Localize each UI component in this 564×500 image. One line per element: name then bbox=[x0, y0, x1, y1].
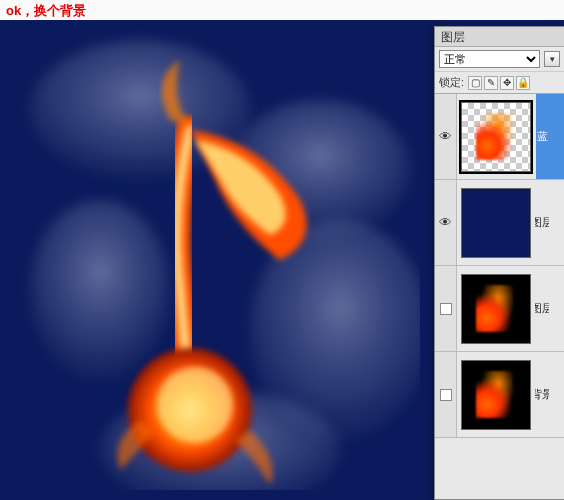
panel-tab-label: 图层 bbox=[441, 30, 465, 44]
panel-tab-layers[interactable]: 图层 bbox=[435, 27, 564, 47]
eye-icon: 👁 bbox=[439, 215, 452, 230]
layer-thumbnail[interactable] bbox=[461, 188, 531, 258]
lock-transparency-icon[interactable]: ▢ bbox=[468, 76, 482, 90]
header-bar: ok，换个背景 bbox=[0, 0, 564, 20]
layer-thumbnail[interactable] bbox=[461, 274, 531, 344]
layers-panel: 图层 正常 ▾ 锁定: ▢ ✎ ✥ 🔒 👁 蓝 bbox=[434, 26, 564, 500]
blend-mode-select[interactable]: 正常 bbox=[439, 50, 540, 68]
layer-row[interactable]: 图层 bbox=[435, 266, 564, 352]
lock-label: 锁定: bbox=[439, 75, 464, 90]
visibility-checkbox-icon bbox=[440, 389, 452, 401]
layer-visibility-toggle[interactable] bbox=[435, 352, 457, 437]
blend-mode-row: 正常 ▾ bbox=[435, 47, 564, 72]
layer-row[interactable]: 背景 bbox=[435, 352, 564, 438]
svg-point-2 bbox=[30, 200, 170, 380]
eye-icon: 👁 bbox=[439, 129, 452, 144]
lock-all-icon[interactable]: 🔒 bbox=[516, 76, 530, 90]
lock-pixels-icon[interactable]: ✎ bbox=[484, 76, 498, 90]
layer-row[interactable]: 👁 蓝 bbox=[435, 94, 564, 180]
layer-thumbnail[interactable] bbox=[461, 360, 531, 430]
visibility-checkbox-icon bbox=[440, 303, 452, 315]
layer-visibility-toggle[interactable]: 👁 bbox=[435, 180, 457, 265]
layer-name[interactable]: 图层 bbox=[535, 180, 549, 265]
layer-name[interactable]: 蓝 bbox=[535, 94, 549, 179]
layer-name[interactable]: 背景 bbox=[535, 352, 549, 437]
lock-position-icon[interactable]: ✥ bbox=[500, 76, 514, 90]
lock-row: 锁定: ▢ ✎ ✥ 🔒 bbox=[435, 72, 564, 94]
layer-visibility-toggle[interactable]: 👁 bbox=[435, 94, 457, 179]
fire-music-note-artwork bbox=[20, 30, 420, 490]
layer-thumbnail[interactable] bbox=[461, 102, 531, 172]
svg-point-6 bbox=[157, 367, 233, 443]
panel-menu-icon[interactable]: ▾ bbox=[544, 51, 560, 67]
layers-list: 👁 蓝 👁 图层 bbox=[435, 94, 564, 438]
layer-visibility-toggle[interactable] bbox=[435, 266, 457, 351]
header-text: ok，换个背景 bbox=[6, 3, 86, 18]
layer-name[interactable]: 图层 bbox=[535, 266, 549, 351]
layer-row[interactable]: 👁 图层 bbox=[435, 180, 564, 266]
